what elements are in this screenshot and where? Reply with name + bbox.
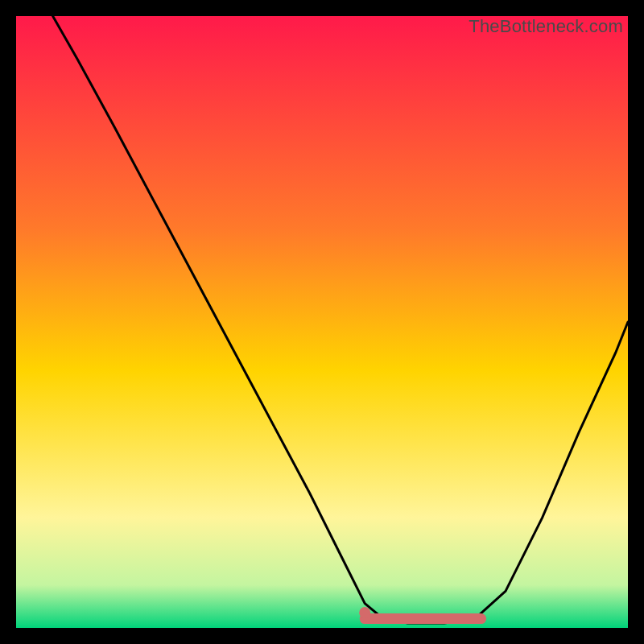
marker-dot [359,607,370,618]
plot-background [16,16,628,628]
chart-frame: TheBottleneck.com [16,16,628,628]
attribution-label: TheBottleneck.com [469,16,623,37]
bottleneck-chart-svg [16,16,628,628]
